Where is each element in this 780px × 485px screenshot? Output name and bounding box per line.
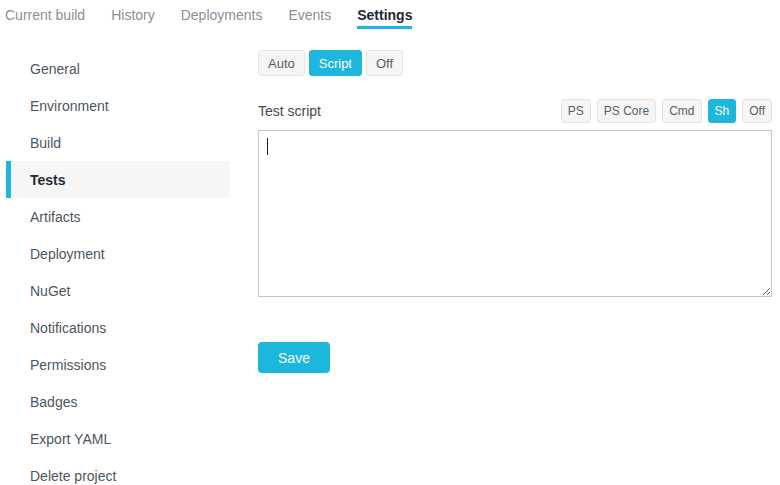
tab-deployments[interactable]: Deployments [181,7,263,29]
save-button[interactable]: Save [258,342,330,373]
tests-settings-panel: Auto Script Off Test script PS PS Core C… [258,50,772,485]
top-nav: Current build History Deployments Events… [0,0,780,29]
sidebar-item-general[interactable]: General [6,50,230,87]
sidebar-item-nuget[interactable]: NuGet [6,272,230,309]
sidebar-item-artifacts[interactable]: Artifacts [6,198,230,235]
lang-option-off[interactable]: Off [742,99,772,123]
sidebar-item-badges[interactable]: Badges [6,383,230,420]
lang-option-sh[interactable]: Sh [708,99,737,123]
test-script-label: Test script [258,103,321,119]
tab-events[interactable]: Events [288,7,331,29]
lang-option-ps[interactable]: PS [561,99,591,123]
test-script-textarea[interactable] [258,130,772,297]
lang-option-cmd[interactable]: Cmd [662,99,701,123]
mode-option-off[interactable]: Off [366,50,403,76]
mode-option-auto[interactable]: Auto [258,50,305,76]
sidebar-item-delete-project[interactable]: Delete project [6,457,230,485]
script-language-toggle: PS PS Core Cmd Sh Off [561,99,772,123]
test-mode-toggle: Auto Script Off [258,50,772,76]
sidebar-item-environment[interactable]: Environment [6,87,230,124]
sidebar-item-build[interactable]: Build [6,124,230,161]
sidebar-item-tests[interactable]: Tests [6,161,230,198]
settings-sidebar: General Environment Build Tests Artifact… [0,50,230,485]
test-script-editor [258,130,772,297]
sidebar-item-deployment[interactable]: Deployment [6,235,230,272]
tab-current-build[interactable]: Current build [5,7,85,29]
sidebar-item-export-yaml[interactable]: Export YAML [6,420,230,457]
mode-option-script[interactable]: Script [309,50,362,76]
sidebar-item-permissions[interactable]: Permissions [6,346,230,383]
tab-history[interactable]: History [111,7,155,29]
lang-option-ps-core[interactable]: PS Core [597,99,656,123]
test-script-header: Test script PS PS Core Cmd Sh Off [258,98,772,124]
tab-settings[interactable]: Settings [357,7,412,29]
settings-layout: General Environment Build Tests Artifact… [0,50,780,485]
sidebar-item-notifications[interactable]: Notifications [6,309,230,346]
